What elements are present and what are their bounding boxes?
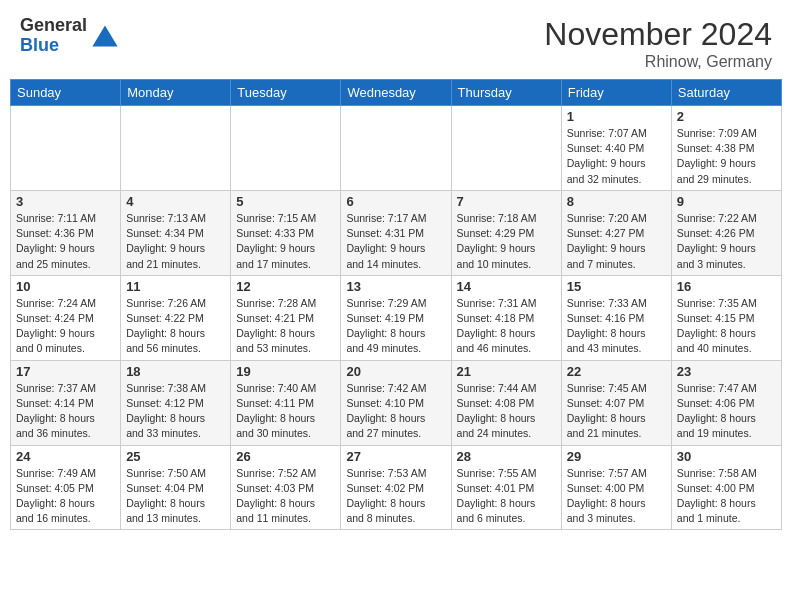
calendar-cell: 7Sunrise: 7:18 AMSunset: 4:29 PMDaylight… <box>451 190 561 275</box>
day-info: Sunrise: 7:33 AMSunset: 4:16 PMDaylight:… <box>567 296 666 357</box>
day-info: Sunrise: 7:57 AMSunset: 4:00 PMDaylight:… <box>567 466 666 527</box>
header-saturday: Saturday <box>671 80 781 106</box>
day-number: 28 <box>457 449 556 464</box>
day-number: 4 <box>126 194 225 209</box>
day-info: Sunrise: 7:22 AMSunset: 4:26 PMDaylight:… <box>677 211 776 272</box>
calendar-cell: 6Sunrise: 7:17 AMSunset: 4:31 PMDaylight… <box>341 190 451 275</box>
day-number: 21 <box>457 364 556 379</box>
day-number: 22 <box>567 364 666 379</box>
day-info: Sunrise: 7:53 AMSunset: 4:02 PMDaylight:… <box>346 466 445 527</box>
svg-marker-0 <box>92 25 117 46</box>
location: Rhinow, Germany <box>544 53 772 71</box>
calendar-cell: 5Sunrise: 7:15 AMSunset: 4:33 PMDaylight… <box>231 190 341 275</box>
day-number: 11 <box>126 279 225 294</box>
day-number: 19 <box>236 364 335 379</box>
day-number: 29 <box>567 449 666 464</box>
calendar-cell: 25Sunrise: 7:50 AMSunset: 4:04 PMDayligh… <box>121 445 231 530</box>
calendar-cell: 13Sunrise: 7:29 AMSunset: 4:19 PMDayligh… <box>341 275 451 360</box>
calendar-cell: 30Sunrise: 7:58 AMSunset: 4:00 PMDayligh… <box>671 445 781 530</box>
day-info: Sunrise: 7:45 AMSunset: 4:07 PMDaylight:… <box>567 381 666 442</box>
day-number: 24 <box>16 449 115 464</box>
header-friday: Friday <box>561 80 671 106</box>
day-info: Sunrise: 7:18 AMSunset: 4:29 PMDaylight:… <box>457 211 556 272</box>
day-number: 14 <box>457 279 556 294</box>
day-number: 12 <box>236 279 335 294</box>
day-info: Sunrise: 7:20 AMSunset: 4:27 PMDaylight:… <box>567 211 666 272</box>
calendar-cell <box>451 106 561 191</box>
calendar-cell: 20Sunrise: 7:42 AMSunset: 4:10 PMDayligh… <box>341 360 451 445</box>
calendar-cell: 18Sunrise: 7:38 AMSunset: 4:12 PMDayligh… <box>121 360 231 445</box>
calendar-cell: 1Sunrise: 7:07 AMSunset: 4:40 PMDaylight… <box>561 106 671 191</box>
day-info: Sunrise: 7:29 AMSunset: 4:19 PMDaylight:… <box>346 296 445 357</box>
day-number: 15 <box>567 279 666 294</box>
calendar-cell: 8Sunrise: 7:20 AMSunset: 4:27 PMDaylight… <box>561 190 671 275</box>
day-info: Sunrise: 7:58 AMSunset: 4:00 PMDaylight:… <box>677 466 776 527</box>
day-info: Sunrise: 7:40 AMSunset: 4:11 PMDaylight:… <box>236 381 335 442</box>
day-info: Sunrise: 7:35 AMSunset: 4:15 PMDaylight:… <box>677 296 776 357</box>
day-number: 20 <box>346 364 445 379</box>
calendar-cell: 17Sunrise: 7:37 AMSunset: 4:14 PMDayligh… <box>11 360 121 445</box>
calendar-cell: 23Sunrise: 7:47 AMSunset: 4:06 PMDayligh… <box>671 360 781 445</box>
day-info: Sunrise: 7:49 AMSunset: 4:05 PMDaylight:… <box>16 466 115 527</box>
day-number: 5 <box>236 194 335 209</box>
day-number: 1 <box>567 109 666 124</box>
calendar-cell: 19Sunrise: 7:40 AMSunset: 4:11 PMDayligh… <box>231 360 341 445</box>
calendar-cell <box>121 106 231 191</box>
day-info: Sunrise: 7:13 AMSunset: 4:34 PMDaylight:… <box>126 211 225 272</box>
calendar-cell: 11Sunrise: 7:26 AMSunset: 4:22 PMDayligh… <box>121 275 231 360</box>
day-info: Sunrise: 7:07 AMSunset: 4:40 PMDaylight:… <box>567 126 666 187</box>
day-info: Sunrise: 7:37 AMSunset: 4:14 PMDaylight:… <box>16 381 115 442</box>
calendar-cell: 15Sunrise: 7:33 AMSunset: 4:16 PMDayligh… <box>561 275 671 360</box>
calendar-cell: 14Sunrise: 7:31 AMSunset: 4:18 PMDayligh… <box>451 275 561 360</box>
calendar-cell: 22Sunrise: 7:45 AMSunset: 4:07 PMDayligh… <box>561 360 671 445</box>
day-info: Sunrise: 7:24 AMSunset: 4:24 PMDaylight:… <box>16 296 115 357</box>
day-number: 23 <box>677 364 776 379</box>
day-info: Sunrise: 7:42 AMSunset: 4:10 PMDaylight:… <box>346 381 445 442</box>
calendar-cell: 24Sunrise: 7:49 AMSunset: 4:05 PMDayligh… <box>11 445 121 530</box>
logo-general: General <box>20 16 87 36</box>
calendar-cell <box>341 106 451 191</box>
day-number: 16 <box>677 279 776 294</box>
day-info: Sunrise: 7:26 AMSunset: 4:22 PMDaylight:… <box>126 296 225 357</box>
day-info: Sunrise: 7:31 AMSunset: 4:18 PMDaylight:… <box>457 296 556 357</box>
day-number: 26 <box>236 449 335 464</box>
day-number: 2 <box>677 109 776 124</box>
day-info: Sunrise: 7:28 AMSunset: 4:21 PMDaylight:… <box>236 296 335 357</box>
calendar-cell: 4Sunrise: 7:13 AMSunset: 4:34 PMDaylight… <box>121 190 231 275</box>
day-info: Sunrise: 7:38 AMSunset: 4:12 PMDaylight:… <box>126 381 225 442</box>
day-info: Sunrise: 7:44 AMSunset: 4:08 PMDaylight:… <box>457 381 556 442</box>
calendar-cell <box>11 106 121 191</box>
calendar-cell: 3Sunrise: 7:11 AMSunset: 4:36 PMDaylight… <box>11 190 121 275</box>
month-title: November 2024 <box>544 16 772 53</box>
calendar-cell: 16Sunrise: 7:35 AMSunset: 4:15 PMDayligh… <box>671 275 781 360</box>
day-number: 25 <box>126 449 225 464</box>
day-number: 27 <box>346 449 445 464</box>
day-number: 6 <box>346 194 445 209</box>
calendar-table: SundayMondayTuesdayWednesdayThursdayFrid… <box>10 79 782 530</box>
day-info: Sunrise: 7:50 AMSunset: 4:04 PMDaylight:… <box>126 466 225 527</box>
calendar-cell <box>231 106 341 191</box>
day-number: 8 <box>567 194 666 209</box>
day-number: 13 <box>346 279 445 294</box>
calendar-cell: 10Sunrise: 7:24 AMSunset: 4:24 PMDayligh… <box>11 275 121 360</box>
header-monday: Monday <box>121 80 231 106</box>
header-tuesday: Tuesday <box>231 80 341 106</box>
day-number: 18 <box>126 364 225 379</box>
calendar-cell: 21Sunrise: 7:44 AMSunset: 4:08 PMDayligh… <box>451 360 561 445</box>
day-number: 7 <box>457 194 556 209</box>
calendar-cell: 29Sunrise: 7:57 AMSunset: 4:00 PMDayligh… <box>561 445 671 530</box>
header-wednesday: Wednesday <box>341 80 451 106</box>
day-info: Sunrise: 7:55 AMSunset: 4:01 PMDaylight:… <box>457 466 556 527</box>
calendar-cell: 28Sunrise: 7:55 AMSunset: 4:01 PMDayligh… <box>451 445 561 530</box>
day-number: 30 <box>677 449 776 464</box>
day-number: 10 <box>16 279 115 294</box>
logo-icon <box>91 22 119 50</box>
day-info: Sunrise: 7:09 AMSunset: 4:38 PMDaylight:… <box>677 126 776 187</box>
day-number: 3 <box>16 194 115 209</box>
page-header: General Blue November 2024 Rhinow, Germa… <box>0 0 792 79</box>
calendar-cell: 27Sunrise: 7:53 AMSunset: 4:02 PMDayligh… <box>341 445 451 530</box>
calendar-cell: 26Sunrise: 7:52 AMSunset: 4:03 PMDayligh… <box>231 445 341 530</box>
title-section: November 2024 Rhinow, Germany <box>544 16 772 71</box>
day-info: Sunrise: 7:47 AMSunset: 4:06 PMDaylight:… <box>677 381 776 442</box>
calendar-cell: 9Sunrise: 7:22 AMSunset: 4:26 PMDaylight… <box>671 190 781 275</box>
